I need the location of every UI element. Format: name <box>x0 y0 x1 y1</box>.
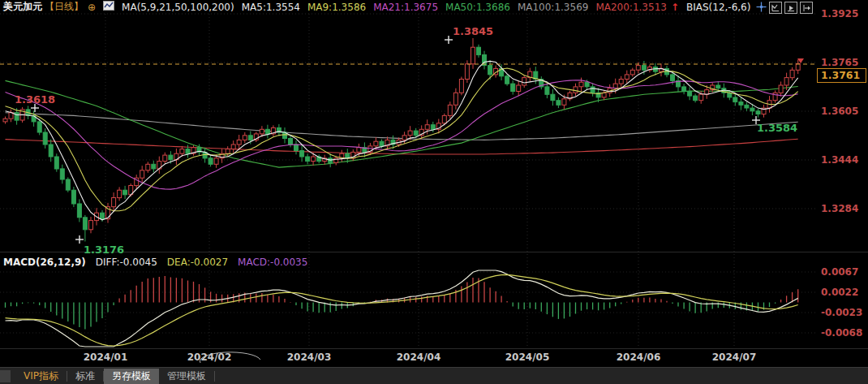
svg-text:2024/04: 2024/04 <box>397 352 440 363</box>
x-axis-labels: 2024/012024/022024/032024/042024/052024/… <box>84 352 756 363</box>
toolbar-icons <box>755 2 813 14</box>
chart-header: 美元加元 【日线】 ⊕ MA(5,9,21,50,100,200) MA5:1.… <box>3 1 750 13</box>
candles <box>3 38 800 241</box>
pan-right-icon[interactable] <box>800 2 813 14</box>
ma50-value: MA50:1.3686 <box>445 2 510 13</box>
slow-ma-lines <box>6 80 798 167</box>
svg-text:-0.0023: -0.0023 <box>821 307 862 318</box>
macd-header: MACD(26,12,9) DIFF:-0.0045 DEA:-0.0027 M… <box>3 257 307 268</box>
tab-save-template[interactable]: 另存模板 <box>104 369 159 384</box>
macd-diff-line <box>6 270 798 347</box>
svg-text:1.3284: 1.3284 <box>821 203 858 214</box>
ma5-value: MA5:1.3554 <box>242 2 300 13</box>
svg-text:1.3584: 1.3584 <box>757 122 797 134</box>
ma-line-MA9 <box>6 68 798 211</box>
chart-window: 1.36181.38451.31761.35841.39251.37651.36… <box>0 0 868 384</box>
symbol-label: 美元加元 <box>3 0 42 14</box>
ma9-value: MA9:1.3586 <box>307 2 366 13</box>
diff-value: DIFF:-0.0045 <box>96 257 157 268</box>
forward-chart-icon[interactable] <box>784 2 797 14</box>
svg-text:1.3925: 1.3925 <box>821 8 858 19</box>
svg-text:1.3845: 1.3845 <box>453 25 493 37</box>
price-axis-labels: 1.39251.37651.36051.34441.32840.00670.00… <box>821 8 862 339</box>
tab-vip-indicators[interactable]: VIP指标 <box>15 369 67 384</box>
chart-style-icon[interactable] <box>103 1 114 13</box>
trend-up-arrow-icon: ↑ <box>671 2 679 13</box>
svg-text:0.0067: 0.0067 <box>821 266 858 278</box>
tab-bar-stub <box>0 370 11 382</box>
crosshair-icon[interactable] <box>755 2 767 12</box>
svg-text:2024/07: 2024/07 <box>712 352 756 363</box>
svg-text:-0.0068: -0.0068 <box>821 327 862 339</box>
tab-manage-template[interactable]: 管理模板 <box>159 369 214 384</box>
ma200-value: MA200:1.3513 <box>595 2 667 13</box>
current-price-tag: 1.3761 <box>818 69 866 83</box>
tab-standard[interactable]: 标准 <box>67 369 103 384</box>
svg-text:1.3618: 1.3618 <box>15 93 55 106</box>
dea-value: DEA:-0.0027 <box>167 257 228 268</box>
svg-text:1.3176: 1.3176 <box>84 244 124 256</box>
ma-line-MA21 <box>6 80 798 189</box>
ma21-value: MA21:1.3675 <box>373 2 438 13</box>
macd-dea-line <box>6 274 798 346</box>
ma-params-label: MA(5,9,21,50,100,200) <box>122 2 234 13</box>
candlestick-chart[interactable]: 1.36181.38451.31761.35841.39251.37651.36… <box>0 0 868 367</box>
period-label: 【日线】 <box>45 0 84 14</box>
bias-params-label: BIAS(12,-6,6) <box>686 2 750 13</box>
template-tab-bar: VIP指标 标准 另存模板 管理模板 <box>0 367 868 384</box>
svg-text:2024/02: 2024/02 <box>187 352 231 363</box>
add-indicator-icon[interactable]: ⊕ <box>88 2 96 13</box>
scale-chart-icon[interactable] <box>769 2 782 14</box>
svg-text:2024/01: 2024/01 <box>84 352 127 363</box>
svg-text:2024/05: 2024/05 <box>505 352 549 363</box>
svg-text:0.0022: 0.0022 <box>821 287 858 298</box>
ma-line-MA100 <box>6 113 798 140</box>
svg-text:2024/06: 2024/06 <box>617 352 660 363</box>
tab-separator <box>214 371 215 382</box>
macd-params-label: MACD(26,12,9) <box>3 257 86 268</box>
macd-histogram <box>6 276 798 330</box>
macd-value: MACD:-0.0035 <box>238 257 307 268</box>
ma100-value: MA100:1.3569 <box>518 2 589 13</box>
svg-text:1.3605: 1.3605 <box>821 106 858 117</box>
svg-text:2024/03: 2024/03 <box>287 352 331 363</box>
svg-text:1.3761: 1.3761 <box>821 69 860 81</box>
svg-text:1.3765: 1.3765 <box>821 57 858 68</box>
svg-text:1.3444: 1.3444 <box>821 154 858 166</box>
